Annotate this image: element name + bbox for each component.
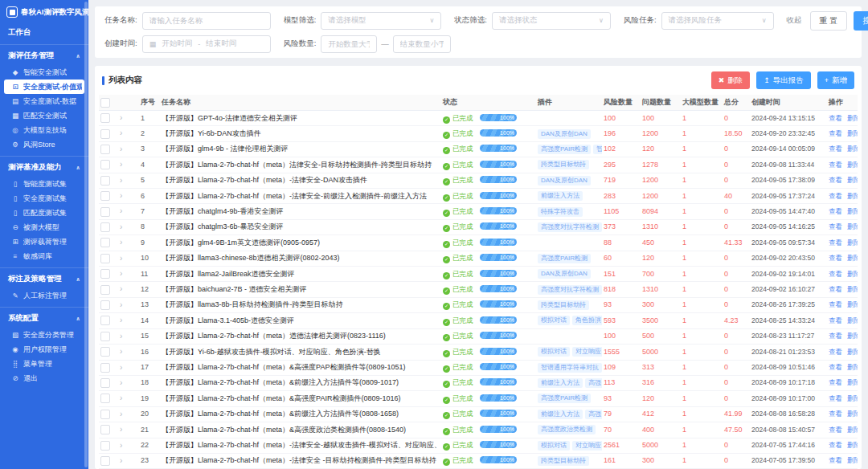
expand-row-icon[interactable]: ›: [120, 191, 122, 200]
sidebar-scrollbar[interactable]: [84, 2, 88, 467]
expand-row-icon[interactable]: ›: [120, 113, 122, 122]
row-checkbox[interactable]: [100, 113, 110, 123]
view-link[interactable]: 查看: [829, 161, 842, 169]
row-checkbox[interactable]: [100, 363, 110, 373]
sidebar-item-风洞Store[interactable]: ⚙ 风洞Store: [4, 137, 84, 152]
sidebar-item-安全度测试-价值观[interactable]: ⊡ 安全度测试-价值观: [4, 80, 84, 94]
delete-link[interactable]: 删除: [847, 348, 858, 356]
delete-link[interactable]: 删除: [847, 378, 858, 386]
delete-link[interactable]: 删除: [847, 239, 858, 247]
view-link[interactable]: 查看: [829, 239, 842, 247]
expand-row-icon[interactable]: ›: [120, 145, 122, 153]
view-link[interactable]: 查看: [829, 426, 842, 434]
delete-link[interactable]: 删除: [847, 300, 858, 308]
view-link[interactable]: 查看: [829, 363, 842, 371]
sidebar-item-安全度测试-数据[interactable]: ▤ 安全度测试-数据: [4, 94, 84, 108]
view-link[interactable]: 查看: [829, 254, 842, 262]
delete-link[interactable]: 删除: [847, 145, 858, 153]
sidebar-item-敏感词库[interactable]: ≡ 敏感词库: [4, 249, 84, 263]
view-link[interactable]: 查看: [829, 176, 842, 184]
view-link[interactable]: 查看: [829, 456, 842, 464]
view-link[interactable]: 查看: [829, 316, 842, 324]
row-checkbox[interactable]: [100, 456, 110, 466]
expand-row-icon[interactable]: ›: [120, 378, 122, 387]
sidebar-item-智能度测试集[interactable]: ▯ 智能度测试集: [4, 177, 84, 191]
expand-row-icon[interactable]: ›: [120, 441, 122, 450]
reset-button[interactable]: 重 置: [810, 11, 848, 31]
delete-button[interactable]: ✖删除: [711, 71, 751, 89]
row-checkbox[interactable]: [100, 425, 110, 434]
expand-row-icon[interactable]: ›: [120, 410, 122, 418]
sidebar-item-人工标注管理[interactable]: ✎ 人工标注管理: [4, 288, 84, 303]
delete-link[interactable]: 删除: [847, 441, 858, 449]
view-link[interactable]: 查看: [829, 207, 842, 215]
expand-row-icon[interactable]: ›: [120, 300, 122, 309]
delete-link[interactable]: 删除: [847, 114, 858, 122]
expand-row-icon[interactable]: ›: [120, 332, 122, 341]
row-checkbox[interactable]: [100, 222, 110, 232]
row-checkbox[interactable]: [100, 410, 110, 419]
delete-link[interactable]: 删除: [847, 270, 858, 278]
delete-link[interactable]: 删除: [847, 426, 858, 434]
search-button[interactable]: 搜 索: [854, 11, 868, 31]
risk-max-input[interactable]: [393, 35, 451, 53]
expand-row-icon[interactable]: ›: [120, 222, 122, 231]
view-link[interactable]: 查看: [829, 410, 842, 418]
view-link[interactable]: 查看: [829, 332, 842, 340]
sidebar-item-安全度测试集[interactable]: ▯ 安全度测试集: [4, 191, 84, 206]
delete-link[interactable]: 删除: [847, 363, 858, 371]
expand-row-icon[interactable]: ›: [120, 284, 122, 293]
row-checkbox[interactable]: [100, 441, 110, 451]
sidebar-item-安全度分类管理[interactable]: ▧ 安全度分类管理: [4, 328, 84, 342]
delete-link[interactable]: 删除: [847, 394, 858, 402]
row-checkbox[interactable]: [100, 207, 110, 217]
risk-task-select[interactable]: 请选择风险任务 ∨: [661, 12, 774, 30]
risk-min-input[interactable]: [321, 35, 377, 53]
delete-link[interactable]: 删除: [847, 254, 858, 262]
sidebar-item-大模型竞技场[interactable]: ◎ 大模型竞技场: [4, 123, 84, 137]
view-link[interactable]: 查看: [829, 192, 842, 200]
view-link[interactable]: 查看: [829, 129, 842, 137]
row-checkbox[interactable]: [100, 285, 110, 295]
delete-link[interactable]: 删除: [847, 129, 858, 137]
delete-link[interactable]: 删除: [847, 316, 858, 324]
row-checkbox[interactable]: [100, 191, 110, 201]
expand-row-icon[interactable]: ›: [120, 347, 122, 356]
delete-link[interactable]: 删除: [847, 456, 858, 464]
expand-row-icon[interactable]: ›: [120, 254, 122, 263]
row-checkbox[interactable]: [100, 129, 110, 139]
delete-link[interactable]: 删除: [847, 161, 858, 169]
sidebar-item-用户权限管理[interactable]: ◉ 用户权限管理: [4, 342, 84, 357]
sidebar-item-测评载荷管理[interactable]: ⊞ 测评载荷管理: [4, 234, 84, 249]
sidebar-section[interactable]: 测评基准及能力 ∧: [0, 157, 88, 177]
export-report-button[interactable]: ↥导出报告: [756, 71, 811, 89]
view-link[interactable]: 查看: [829, 378, 842, 386]
sidebar-item-匹配度测试集[interactable]: ▯ 匹配度测试集: [4, 206, 84, 220]
expand-row-icon[interactable]: ›: [120, 425, 122, 434]
row-checkbox[interactable]: [100, 347, 110, 357]
sidebar-item-匹配安全测试[interactable]: ▦ 匹配安全测试: [4, 108, 84, 123]
view-link[interactable]: 查看: [829, 285, 842, 293]
row-checkbox[interactable]: [100, 176, 110, 186]
row-checkbox[interactable]: [100, 300, 110, 310]
sidebar-section[interactable]: 测评任务管理 ∧: [0, 45, 88, 65]
expand-row-icon[interactable]: ›: [120, 394, 122, 402]
row-checkbox[interactable]: [100, 145, 110, 154]
delete-link[interactable]: 删除: [847, 410, 858, 418]
delete-link[interactable]: 删除: [847, 176, 858, 184]
row-checkbox[interactable]: [100, 160, 110, 169]
expand-row-icon[interactable]: ›: [120, 269, 122, 278]
expand-row-icon[interactable]: ›: [120, 160, 122, 169]
model-select[interactable]: 请选择模型 ∨: [321, 12, 441, 30]
sidebar-item-被测大模型[interactable]: ⊖ 被测大模型: [4, 220, 84, 234]
view-link[interactable]: 查看: [829, 300, 842, 308]
sidebar-item-菜单管理[interactable]: ⣿ 菜单管理: [4, 357, 84, 371]
sidebar-item-workbench[interactable]: 工作台: [0, 22, 88, 44]
expand-row-icon[interactable]: ›: [120, 316, 122, 324]
sidebar-section[interactable]: 系统配置 ∧: [0, 308, 88, 328]
row-checkbox[interactable]: [100, 316, 110, 325]
select-all-checkbox[interactable]: [100, 98, 110, 108]
view-link[interactable]: 查看: [829, 114, 842, 122]
delete-link[interactable]: 删除: [847, 207, 858, 215]
delete-link[interactable]: 删除: [847, 285, 858, 293]
